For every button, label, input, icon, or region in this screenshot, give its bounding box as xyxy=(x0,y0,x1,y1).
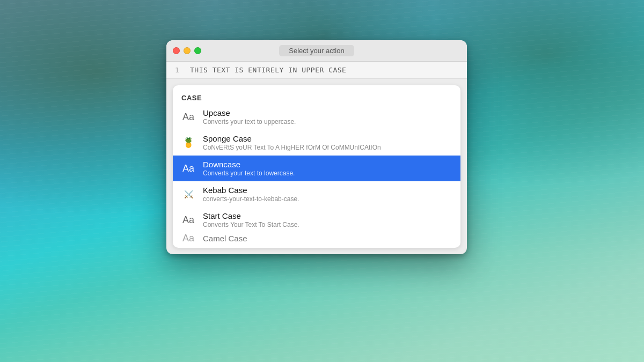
kebab-case-icon: ⚔️ xyxy=(180,186,196,202)
downcase-title: Downcase xyxy=(203,160,453,169)
kebab-case-content: Kebab Case converts-your-text-to-kebab-c… xyxy=(203,186,453,203)
editor-line: 1 THIS TEXT IS ENTIRELY IN UPPER CASE xyxy=(166,62,467,79)
sponge-case-content: Sponge Case CoNvERtS yoUR Text To A HigH… xyxy=(203,134,453,151)
upcase-title: Upcase xyxy=(203,108,453,117)
titlebar: Select your action xyxy=(166,40,467,62)
camel-case-content: Camel Case xyxy=(203,234,453,243)
camel-case-title: Camel Case xyxy=(203,234,453,243)
window-title: Select your action xyxy=(279,45,354,56)
section-header: CASE xyxy=(173,90,460,104)
camel-case-icon: Aa xyxy=(180,233,196,243)
menu-item-kebab-case[interactable]: ⚔️ Kebab Case converts-your-text-to-keba… xyxy=(173,181,460,207)
close-button[interactable] xyxy=(173,47,180,54)
menu-item-sponge-case[interactable]: 🍍 Sponge Case CoNvERtS yoUR Text To A Hi… xyxy=(173,130,460,156)
kebab-case-title: Kebab Case xyxy=(203,186,453,195)
sponge-case-icon: 🍍 xyxy=(180,135,196,151)
kebab-case-subtitle: converts-your-text-to-kebab-case. xyxy=(203,195,453,203)
upcase-subtitle: Converts your text to uppercase. xyxy=(203,118,453,125)
maximize-button[interactable] xyxy=(194,47,201,54)
editor-text: THIS TEXT IS ENTIRELY IN UPPER CASE xyxy=(190,66,346,74)
line-number: 1 xyxy=(175,66,184,74)
menu-item-start-case[interactable]: Aa Start Case Converts Your Text To Star… xyxy=(173,207,460,233)
sponge-case-subtitle: CoNvERtS yoUR Text To A HigHER fOrM Of C… xyxy=(203,144,453,151)
menu-item-downcase[interactable]: Aa Downcase Converts your text to lowerc… xyxy=(173,156,460,181)
minimize-button[interactable] xyxy=(184,47,191,54)
upcase-content: Upcase Converts your text to uppercase. xyxy=(203,108,453,125)
downcase-content: Downcase Converts your text to lowercase… xyxy=(203,160,453,177)
start-case-content: Start Case Converts Your Text To Start C… xyxy=(203,211,453,228)
dropdown-panel: CASE Aa Upcase Converts your text to upp… xyxy=(173,85,460,248)
start-case-subtitle: Converts Your Text To Start Case. xyxy=(203,221,453,228)
traffic-lights xyxy=(173,47,201,54)
menu-item-camel-case[interactable]: Aa Camel Case xyxy=(173,233,460,243)
start-case-title: Start Case xyxy=(203,211,453,220)
window: Select your action 1 THIS TEXT IS ENTIRE… xyxy=(166,40,467,254)
downcase-icon: Aa xyxy=(180,160,196,176)
menu-item-upcase[interactable]: Aa Upcase Converts your text to uppercas… xyxy=(173,104,460,130)
downcase-subtitle: Converts your text to lowercase. xyxy=(203,169,453,177)
sponge-case-title: Sponge Case xyxy=(203,134,453,143)
upcase-icon: Aa xyxy=(180,109,196,125)
start-case-icon: Aa xyxy=(180,212,196,228)
